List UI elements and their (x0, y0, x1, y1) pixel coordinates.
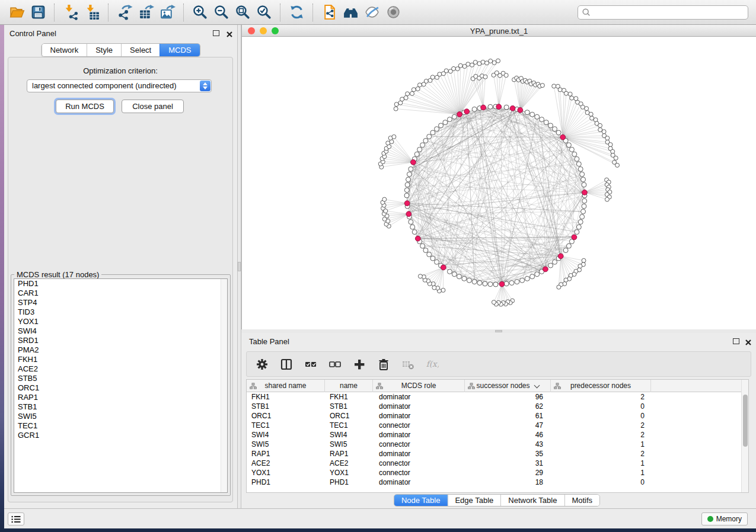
tab-network[interactable]: Network (42, 44, 87, 56)
table-cell[interactable]: 35 (465, 449, 551, 459)
open-session-button[interactable] (6, 2, 27, 23)
select-all-columns-button[interactable] (304, 357, 318, 371)
table-cell[interactable]: FKH1 (325, 392, 373, 402)
table-cell[interactable]: RAP1 (325, 449, 373, 459)
add-column-button[interactable] (352, 357, 366, 371)
zoom-selected-button[interactable] (253, 2, 275, 23)
tab-network-table[interactable]: Network Table (500, 495, 564, 506)
table-cell[interactable]: SWI5 (247, 440, 325, 449)
table-cell[interactable]: RAP1 (247, 449, 325, 459)
mcds-result-item[interactable]: SWI4 (14, 326, 227, 336)
table-cell[interactable]: connector (373, 468, 465, 477)
table-cell[interactable]: 0 (551, 402, 651, 411)
table-cell[interactable]: 18 (465, 477, 551, 487)
mcds-result-item[interactable]: PHD1 (14, 279, 227, 289)
close-panel-button[interactable]: Close panel (122, 100, 184, 113)
table-cell[interactable]: 46 (465, 430, 551, 440)
tab-select[interactable]: Select (121, 44, 160, 56)
table-cell[interactable]: SWI4 (325, 430, 373, 440)
tab-node-table[interactable]: Node Table (394, 495, 448, 506)
table-cell[interactable]: 43 (465, 440, 551, 449)
table-cell[interactable]: 2 (551, 449, 651, 459)
export-image-button[interactable] (157, 2, 178, 23)
table-row[interactable]: RAP1RAP1dominator352 (247, 449, 741, 459)
table-cell[interactable]: 96 (465, 392, 551, 402)
tab-edge-table[interactable]: Edge Table (447, 495, 500, 506)
table-cell[interactable]: 2 (551, 421, 651, 430)
table-cell[interactable]: 62 (465, 402, 551, 411)
tab-motifs[interactable]: Motifs (564, 495, 599, 506)
table-cell[interactable]: FKH1 (247, 392, 325, 402)
column-header-predecessor-nodes[interactable]: predecessor nodes (551, 380, 651, 392)
table-cell[interactable]: SWI5 (325, 440, 373, 449)
table-cell[interactable]: dominator (373, 477, 465, 487)
mcds-result-item[interactable]: ORC1 (14, 383, 227, 393)
table-cell[interactable]: connector (373, 459, 465, 468)
table-cell[interactable]: YOX1 (325, 468, 373, 477)
mcds-result-item[interactable]: FKH1 (14, 355, 227, 364)
mcds-result-item[interactable]: CAR1 (14, 289, 227, 298)
table-cell[interactable]: 2 (551, 430, 651, 440)
mcds-result-list[interactable]: PHD1CAR1STP4TID3YOX1SWI4SRD1PMA2FKH1ACE2… (14, 278, 228, 493)
splitter-grip[interactable] (238, 262, 241, 271)
first-neighbors-button[interactable] (340, 2, 361, 23)
show-columns-button[interactable] (279, 357, 294, 371)
import-table-button[interactable] (81, 2, 103, 23)
mcds-result-item[interactable]: GCR1 (14, 431, 227, 440)
table-row[interactable]: SWI4SWI4dominator462 (247, 430, 741, 440)
table-cell[interactable]: TEC1 (247, 421, 325, 430)
mcds-result-item[interactable]: PMA2 (14, 345, 227, 355)
table-cell[interactable]: PHD1 (325, 477, 373, 487)
mcds-result-item[interactable]: STP4 (14, 298, 227, 307)
close-panel-icon[interactable] (226, 30, 233, 37)
mcds-list-scrollbar[interactable] (221, 279, 227, 492)
table-row[interactable]: ACE2ACE2connector311 (247, 459, 741, 468)
export-table-button[interactable] (135, 2, 157, 23)
table-row[interactable]: SWI5SWI5connector431 (247, 440, 741, 449)
float-window-icon[interactable] (213, 30, 219, 36)
table-cell[interactable]: PHD1 (247, 477, 325, 487)
table-settings-button[interactable] (255, 357, 269, 371)
table-cell[interactable]: dominator (373, 411, 465, 421)
table-cell[interactable]: connector (373, 440, 465, 449)
table-cell[interactable]: 0 (551, 477, 651, 487)
table-cell[interactable]: 0 (551, 411, 651, 421)
table-cell[interactable]: STB1 (325, 402, 373, 411)
column-header-MCDS-role[interactable]: MCDS role (373, 380, 465, 392)
table-cell[interactable]: YOX1 (247, 468, 325, 477)
column-header-name[interactable]: name (325, 380, 373, 392)
table-cell[interactable]: connector (373, 421, 465, 430)
table-cell[interactable]: 61 (465, 411, 551, 421)
deselect-all-columns-button[interactable] (328, 357, 342, 371)
table-cell[interactable]: dominator (373, 402, 465, 411)
table-cell[interactable]: 1 (551, 440, 651, 449)
table-row[interactable]: STB1STB1dominator620 (247, 402, 741, 411)
new-network-from-selection-button[interactable] (318, 2, 340, 23)
network-canvas[interactable] (242, 37, 756, 329)
tab-style[interactable]: Style (87, 44, 121, 56)
column-header-successor-nodes[interactable]: successor nodes (465, 380, 551, 392)
vertical-splitter[interactable] (237, 25, 241, 508)
mcds-result-item[interactable]: STB5 (14, 374, 227, 383)
table-cell[interactable]: ORC1 (325, 411, 373, 421)
run-mcds-button[interactable]: Run MCDS (56, 100, 114, 113)
table-cell[interactable]: dominator (373, 449, 465, 459)
table-row[interactable]: FKH1FKH1dominator962 (247, 392, 741, 402)
float-window-icon[interactable] (733, 338, 739, 344)
table-cell[interactable]: 47 (465, 421, 551, 430)
show-graphics-details-button[interactable] (382, 2, 404, 23)
criterion-select[interactable]: largest connected component (undirected) (27, 79, 212, 92)
table-cell[interactable]: ACE2 (325, 459, 373, 468)
hide-graphics-details-button[interactable] (361, 2, 382, 23)
table-cell[interactable]: 29 (465, 468, 551, 477)
save-session-button[interactable] (27, 2, 49, 23)
table-cell[interactable]: TEC1 (325, 421, 373, 430)
table-cell[interactable]: ORC1 (247, 411, 325, 421)
search-input[interactable] (591, 7, 748, 18)
mcds-result-item[interactable]: STB1 (14, 402, 227, 412)
table-cell[interactable]: 2 (551, 392, 651, 402)
export-network-button[interactable] (114, 2, 135, 23)
apply-layout-button[interactable] (286, 2, 307, 23)
table-row[interactable]: ORC1ORC1dominator610 (247, 411, 741, 421)
table-row[interactable]: PHD1PHD1dominator180 (247, 477, 741, 487)
